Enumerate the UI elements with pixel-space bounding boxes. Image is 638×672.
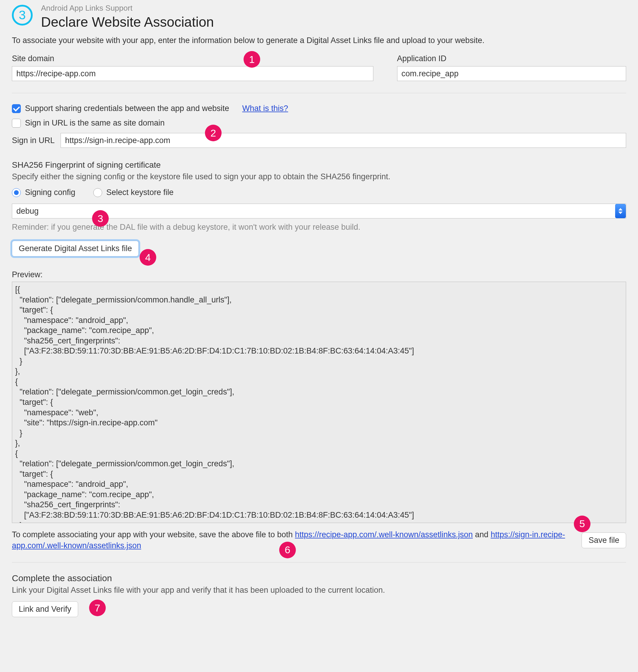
what-is-this-link[interactable]: What is this? — [242, 104, 288, 113]
application-id-input[interactable] — [397, 66, 626, 81]
reminder-text: Reminder: if you generate the DAL file w… — [12, 223, 626, 232]
sign-in-url-input[interactable] — [61, 133, 626, 148]
select-keystore-radio[interactable]: Select keystore file — [93, 188, 174, 197]
sha256-title: SHA256 Fingerprint of signing certificat… — [12, 160, 626, 170]
signing-config-radio-label: Signing config — [25, 188, 75, 197]
page-title: Declare Website Association — [41, 14, 214, 30]
support-sharing-label: Support sharing credentials between the … — [25, 104, 229, 113]
application-id-label: Application ID — [397, 54, 626, 63]
wizard-subtitle: Android App Links Support — [41, 3, 214, 13]
signing-config-radio[interactable]: Signing config — [12, 188, 75, 197]
save-instructions-text: To complete associating your app with yo… — [12, 529, 574, 552]
divider-2 — [12, 562, 626, 563]
sign-in-url-label: Sign in URL — [12, 136, 55, 145]
same-as-domain-label: Sign in URL is the same as site domain — [25, 118, 165, 127]
complete-association-desc: Link your Digital Asset Links file with … — [12, 586, 626, 595]
select-arrows-icon[interactable] — [615, 204, 626, 218]
callout-4: 4 — [139, 249, 156, 266]
divider — [12, 93, 626, 93]
preview-label: Preview: — [12, 270, 626, 279]
signing-config-select[interactable]: debug — [12, 204, 626, 219]
save-file-button[interactable]: Save file — [582, 533, 626, 548]
select-keystore-radio-label: Select keystore file — [106, 188, 174, 197]
site-domain-input[interactable] — [12, 66, 373, 81]
step-number-badge: 3 — [12, 5, 33, 25]
link-and-verify-button[interactable]: Link and Verify — [12, 601, 78, 617]
signing-config-value: debug — [16, 207, 39, 216]
preview-textarea[interactable] — [12, 282, 626, 523]
same-as-domain-checkbox[interactable] — [12, 119, 21, 127]
intro-text: To associate your website with your app,… — [12, 36, 626, 45]
sha256-helper: Specify either the signing config or the… — [12, 172, 626, 182]
support-sharing-checkbox[interactable] — [12, 104, 21, 113]
callout-7: 7 — [89, 600, 106, 616]
complete-association-title: Complete the association — [12, 573, 626, 583]
generate-dal-button[interactable]: Generate Digital Asset Links file — [12, 241, 139, 256]
assetlinks-url-1[interactable]: https://recipe-app.com/.well-known/asset… — [295, 530, 473, 539]
site-domain-label: Site domain — [12, 54, 373, 63]
